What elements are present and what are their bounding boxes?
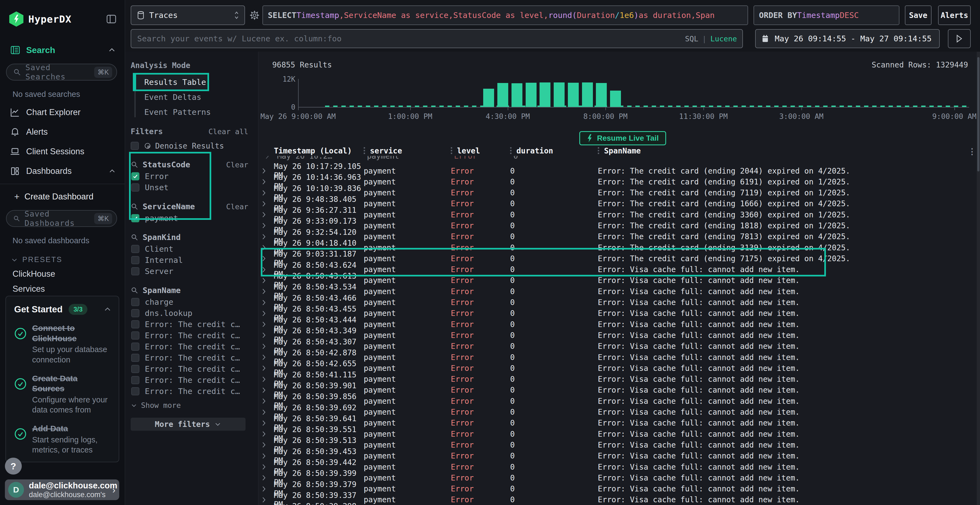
date-range-picker[interactable]: May 26 09:14:55 - May 27 09:14:55 xyxy=(755,29,940,48)
chart-plot[interactable] xyxy=(298,79,969,107)
alerts-button[interactable]: Alerts xyxy=(938,5,971,25)
row-expand-chevron-icon[interactable] xyxy=(262,442,274,448)
row-expand-chevron-icon[interactable] xyxy=(262,398,274,404)
table-row[interactable]: May 26 10:17:29.105 PMpaymentError0Error… xyxy=(259,162,977,173)
row-expand-chevron-icon[interactable] xyxy=(262,354,274,360)
chevron-up-icon[interactable] xyxy=(108,167,116,175)
histogram-bar[interactable] xyxy=(568,83,579,107)
histogram-bar[interactable] xyxy=(512,83,522,107)
get-started-item[interactable]: Connect to ClickHouseSet up your databas… xyxy=(14,323,111,365)
table-row[interactable]: May 26 9:03:31.187 PMpaymentError0Error:… xyxy=(259,249,977,260)
column-resize-handle[interactable] xyxy=(510,147,512,154)
row-expand-chevron-icon[interactable] xyxy=(262,464,274,470)
help-button[interactable]: ? xyxy=(5,458,22,475)
column-settings-kebab-icon[interactable]: ⋮ xyxy=(968,147,976,156)
filter-option-error-the-credit-card-[interactable]: Error: The credit card … xyxy=(130,375,248,386)
clear-all-filters-button[interactable]: Clear all xyxy=(208,127,248,136)
get-started-item[interactable]: Create Data SourcesConfigure where your … xyxy=(14,373,111,415)
language-toggle[interactable]: SQL | Lucene xyxy=(685,29,737,48)
filter-option-error-the-credit-card-[interactable]: Error: The credit card … xyxy=(130,319,248,330)
filter-option-error-the-credit-card-[interactable]: Error: The credit card … xyxy=(130,363,248,375)
vertical-scrollbar[interactable] xyxy=(977,52,980,505)
column-resize-handle[interactable] xyxy=(364,147,365,154)
filter-option-error[interactable]: Error xyxy=(130,171,248,182)
row-expand-chevron-icon[interactable] xyxy=(262,431,274,437)
lang-lucene-option[interactable]: Lucene xyxy=(710,35,737,43)
row-expand-chevron-icon[interactable] xyxy=(262,475,274,481)
analysis-mode-event-patterns[interactable]: Event Patterns xyxy=(134,105,248,119)
histogram-bar[interactable] xyxy=(582,83,593,107)
column-resize-handle[interactable] xyxy=(451,147,452,154)
scrollbar-thumb[interactable] xyxy=(977,57,980,172)
checkbox[interactable] xyxy=(131,376,139,384)
filter-option-error-the-credit-card-[interactable]: Error: The credit card … xyxy=(130,330,248,341)
row-expand-chevron-icon[interactable] xyxy=(262,256,274,262)
row-expand-chevron-icon[interactable] xyxy=(262,179,274,185)
row-expand-chevron-icon[interactable] xyxy=(262,190,274,196)
checkbox[interactable] xyxy=(131,298,139,306)
save-button[interactable]: Save xyxy=(905,5,932,25)
row-expand-chevron-icon[interactable] xyxy=(262,497,274,503)
row-expand-chevron-icon[interactable] xyxy=(262,288,274,294)
sidebar-item-client-sessions[interactable]: Client Sessions xyxy=(0,142,125,161)
search-input[interactable] xyxy=(130,29,743,48)
histogram-bar[interactable] xyxy=(596,83,607,107)
more-filters-button[interactable]: More filters xyxy=(130,418,245,431)
checkbox[interactable] xyxy=(131,309,139,317)
column-header-duration[interactable]: duration xyxy=(510,146,598,156)
table-row[interactable]: May 26 10:2…paymentError0Error: The cred… xyxy=(259,156,977,162)
preset-item-services[interactable]: Services xyxy=(0,279,125,294)
checkbox[interactable] xyxy=(131,332,139,340)
show-more-button[interactable]: Show more xyxy=(130,401,248,410)
checkbox[interactable] xyxy=(131,354,139,362)
sidebar-item-alerts[interactable]: Alerts xyxy=(0,122,125,142)
denoise-results-toggle[interactable]: Denoise Results xyxy=(130,141,248,151)
create-dashboard-button[interactable]: + Create Dashboard xyxy=(0,184,125,202)
row-expand-chevron-icon[interactable] xyxy=(262,321,274,327)
sql-select-editor[interactable]: SELECT Timestamp, ServiceName as service… xyxy=(262,5,748,25)
collapse-sidebar-icon[interactable] xyxy=(106,13,117,25)
filter-option-internal[interactable]: Internal xyxy=(130,254,248,265)
clear-filter-button[interactable]: Clear xyxy=(226,160,248,169)
row-expand-chevron-icon[interactable] xyxy=(262,310,274,316)
filter-option-error-the-credit-card-[interactable]: Error: The credit card … xyxy=(130,341,248,352)
preset-item-clickhouse[interactable]: ClickHouse xyxy=(0,264,125,279)
get-started-item[interactable]: Add DataStart sending logs, metrics, or … xyxy=(14,423,111,455)
chevron-up-icon[interactable] xyxy=(108,46,116,54)
user-menu[interactable]: D dale@clickhouse.com dale@clickhouse.co… xyxy=(5,480,119,500)
lang-sql-option[interactable]: SQL xyxy=(685,35,698,43)
histogram-bar[interactable] xyxy=(526,83,536,107)
column-resize-handle[interactable] xyxy=(598,147,599,154)
row-expand-chevron-icon[interactable] xyxy=(262,376,274,382)
checkbox[interactable] xyxy=(131,320,139,329)
row-expand-chevron-icon[interactable] xyxy=(262,212,274,218)
analysis-mode-results-table[interactable]: Results Table xyxy=(134,75,207,89)
histogram-bar[interactable] xyxy=(554,83,565,107)
histogram-bar[interactable] xyxy=(610,91,621,107)
row-expand-chevron-icon[interactable] xyxy=(262,300,274,306)
row-expand-chevron-icon[interactable] xyxy=(262,278,274,284)
column-header-service[interactable]: service xyxy=(364,146,451,156)
row-expand-chevron-icon[interactable] xyxy=(262,486,274,492)
analysis-mode-event-deltas[interactable]: Event Deltas xyxy=(134,89,248,105)
column-header-timestamp-local-[interactable]: Timestamp (Local) xyxy=(274,146,364,156)
row-expand-chevron-icon[interactable] xyxy=(265,156,277,159)
order-by-editor[interactable]: ORDER BY Timestamp DESC xyxy=(754,5,899,25)
sidebar-item-chart-explorer[interactable]: Chart Explorer xyxy=(0,103,125,122)
checkbox[interactable] xyxy=(131,387,139,395)
row-expand-chevron-icon[interactable] xyxy=(262,222,274,229)
checkbox[interactable] xyxy=(131,245,139,253)
histogram-bar[interactable] xyxy=(539,83,550,107)
source-settings-gear-icon[interactable] xyxy=(249,10,260,21)
source-select[interactable]: Traces xyxy=(130,5,245,25)
filter-option-client[interactable]: Client xyxy=(130,243,248,254)
filter-option-payment[interactable]: payment xyxy=(130,213,248,224)
checkbox[interactable] xyxy=(131,267,139,275)
checkbox[interactable] xyxy=(131,256,139,264)
row-expand-chevron-icon[interactable] xyxy=(262,420,274,426)
histogram-bar[interactable] xyxy=(497,83,508,107)
row-expand-chevron-icon[interactable] xyxy=(262,453,274,459)
filter-option-error-the-credit-card-[interactable]: Error: The credit card … xyxy=(130,386,248,397)
filter-option-unset[interactable]: Unset xyxy=(130,182,248,193)
sidebar-item-search[interactable]: Search xyxy=(0,44,125,56)
